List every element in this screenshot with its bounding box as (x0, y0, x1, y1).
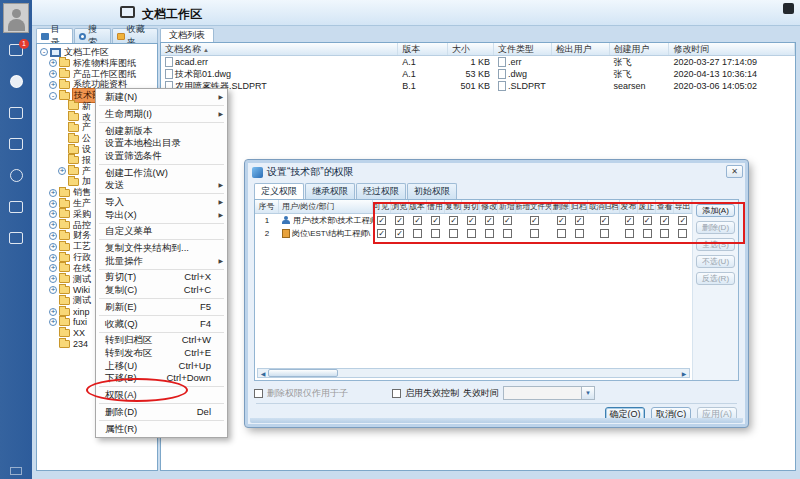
table-row[interactable]: 技术部01.dwgA.153 KB.dwg张飞2020-04-13 10:36:… (161, 68, 795, 80)
expand-icon[interactable]: + (49, 275, 57, 283)
checkbox-复制[interactable]: ✓ (449, 216, 458, 225)
expiry-dropdown[interactable]: ▼ (503, 386, 595, 400)
dialog-tab-继承权限[interactable]: 继承权限 (305, 183, 355, 199)
checkbox-借用[interactable] (431, 229, 440, 238)
checkbox-发布[interactable]: ✓ (625, 216, 634, 225)
expand-icon[interactable]: + (49, 254, 57, 262)
dialog-tab-经过权限[interactable]: 经过权限 (356, 183, 406, 199)
button-反选(R)[interactable]: 反选(R) (696, 272, 735, 285)
tab-目录[interactable]: 目录 (36, 28, 73, 43)
tab-搜索[interactable]: 搜索 (74, 28, 110, 43)
checkbox-删除[interactable] (557, 229, 566, 238)
menu-item-生命周期(I)[interactable]: 生命周期(I)▶ (96, 108, 227, 121)
button-删除(D)[interactable]: 删除(D) (696, 221, 735, 234)
expand-icon[interactable]: + (49, 210, 57, 218)
scrollbar-thumb[interactable] (268, 369, 338, 377)
checkbox-导出[interactable]: ✓ (678, 216, 687, 225)
checkbox-修改[interactable] (485, 229, 494, 238)
checkbox-浏览[interactable]: ✓ (395, 229, 404, 238)
menu-item-剪切(T)[interactable]: 剪切(T)Ctrl+X (96, 271, 227, 284)
menu-item-复制(C)[interactable]: 复制(C)Ctrl+C (96, 284, 227, 297)
share-icon[interactable] (9, 201, 23, 213)
checkbox-剪切[interactable]: ✓ (467, 216, 476, 225)
menu-item-转到发布区[interactable]: 转到发布区Ctrl+E (96, 347, 227, 360)
menu-item-刷新(E)[interactable]: 刷新(E)F5 (96, 301, 227, 314)
report-icon[interactable] (9, 138, 23, 150)
document-icon[interactable] (10, 75, 23, 88)
expand-icon[interactable]: + (49, 243, 57, 251)
checkbox-查看[interactable]: ✓ (660, 216, 669, 225)
checkbox-废止[interactable] (643, 229, 652, 238)
column-header-版本[interactable]: 版本 (398, 43, 448, 55)
expand-icon[interactable]: + (49, 189, 57, 197)
menu-item-批量操作[interactable]: 批量操作▶ (96, 255, 227, 268)
menu-item-转到归档区[interactable]: 转到归档区Ctrl+W (96, 334, 227, 347)
expand-icon[interactable]: + (49, 264, 57, 272)
window-control-button[interactable] (783, 3, 794, 14)
expand-icon[interactable]: + (49, 200, 57, 208)
column-header-修改时间[interactable]: 修改时间 (669, 43, 795, 55)
checkbox-取消归档[interactable] (600, 229, 609, 238)
checkbox-版本[interactable] (413, 229, 422, 238)
menu-item-导出(X)[interactable]: 导出(X)▶ (96, 209, 227, 222)
checkbox-新增[interactable]: ✓ (503, 216, 512, 225)
dialog-tab-定义权限[interactable]: 定义权限 (254, 183, 304, 199)
menu-item-权限(A)[interactable]: 权限(A) (96, 389, 227, 402)
tab-document-list[interactable]: 文档列表 (160, 28, 214, 42)
menu-item-删除(D)[interactable]: 删除(D)Del (96, 406, 227, 419)
menu-item-属性(R)[interactable]: 属性(R) (96, 423, 227, 436)
column-header-文档名称[interactable]: 文档名称▲ (161, 43, 398, 55)
expand-icon[interactable]: + (49, 318, 57, 326)
scroll-right-icon[interactable]: ▶ (679, 370, 689, 377)
button-不选(U)[interactable]: 不选(U) (696, 255, 735, 268)
checkbox-发布[interactable] (625, 229, 634, 238)
menu-item-复制文件夹结构到...[interactable]: 复制文件夹结构到... (96, 242, 227, 255)
button-添加(A)[interactable]: 添加(A) (696, 204, 735, 217)
checkbox-查看[interactable] (660, 229, 669, 238)
checkbox-废止[interactable]: ✓ (643, 216, 652, 225)
parts-icon[interactable] (10, 169, 23, 182)
column-header-大小[interactable]: 大小 (448, 43, 494, 55)
user-avatar[interactable] (3, 3, 29, 33)
close-icon[interactable]: ✕ (726, 165, 743, 178)
dialog-tab-初始权限[interactable]: 初始权限 (407, 183, 457, 199)
checkbox-取消归档[interactable]: ✓ (600, 216, 609, 225)
checkbox-借用[interactable]: ✓ (431, 216, 440, 225)
menu-item-新建(N)[interactable]: 新建(N)▶ (96, 91, 227, 104)
settings-icon[interactable] (9, 232, 23, 244)
footer-checkbox[interactable] (254, 389, 263, 398)
menu-item-上移(U)[interactable]: 上移(U)Ctrl+Up (96, 360, 227, 373)
column-header-创建用户[interactable]: 创建用户 (610, 43, 670, 55)
checkbox-新增文件夹[interactable] (530, 229, 539, 238)
collapse-icon[interactable] (10, 467, 22, 475)
checkbox-归档[interactable] (575, 229, 584, 238)
checkbox-导出[interactable] (678, 229, 687, 238)
horizontal-scrollbar[interactable]: ◀▶ (257, 368, 690, 378)
menu-item-下移(B)[interactable]: 下移(B)Ctrl+Down (96, 372, 227, 385)
checkbox-版本[interactable]: ✓ (413, 216, 422, 225)
checkbox-剪切[interactable] (467, 229, 476, 238)
checkbox-归档[interactable]: ✓ (575, 216, 584, 225)
expand-icon[interactable]: + (49, 286, 57, 294)
permission-row[interactable]: 2岗位\EST\结构工程师\✓✓ (255, 227, 692, 240)
expand-icon[interactable]: + (49, 81, 57, 89)
column-header-文件类型[interactable]: 文件类型 (494, 43, 552, 55)
menu-item-自定义菜单[interactable]: 自定义菜单 (96, 225, 227, 238)
collapse-icon[interactable]: - (49, 92, 57, 100)
footer-checkbox[interactable] (392, 389, 401, 398)
button-全选(S)[interactable]: 全选(S) (696, 238, 735, 251)
menu-item-创建工作流(W)[interactable]: 创建工作流(W) (96, 167, 227, 180)
tab-收藏夹[interactable]: 收藏夹 (112, 28, 158, 43)
menu-item-创建新版本[interactable]: 创建新版本 (96, 125, 227, 138)
scroll-left-icon[interactable]: ◀ (258, 370, 268, 377)
collapse-icon[interactable]: - (40, 48, 48, 56)
expand-icon[interactable]: + (49, 232, 57, 240)
checkbox-可见[interactable]: ✓ (377, 229, 386, 238)
checkbox-新增文件夹[interactable]: ✓ (530, 216, 539, 225)
menu-item-设置本地检出目录[interactable]: 设置本地检出目录 (96, 137, 227, 150)
checkbox-复制[interactable] (449, 229, 458, 238)
menu-item-发送[interactable]: 发送▶ (96, 179, 227, 192)
table-row[interactable]: 农用喷雾铁器.SLDPRTB.1501 KB.SLDPRTsearsen2020… (161, 80, 795, 92)
workflow-icon[interactable] (9, 107, 23, 119)
expand-icon[interactable]: + (49, 70, 57, 78)
